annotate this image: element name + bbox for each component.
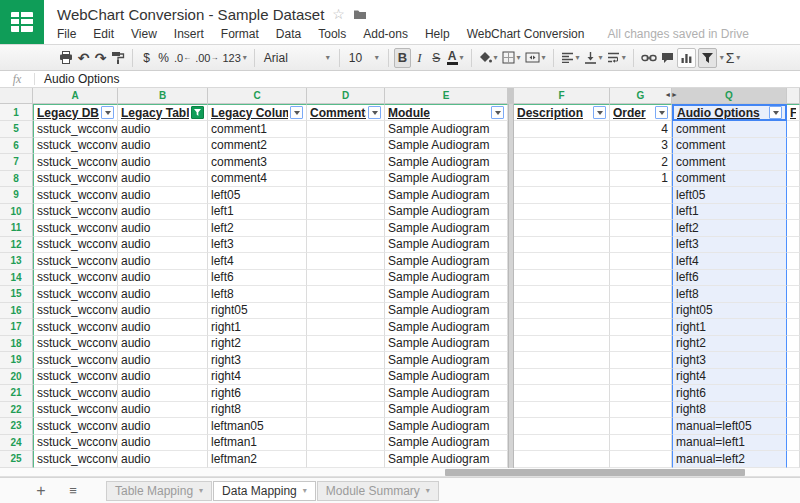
grid-cell[interactable] [610, 369, 672, 386]
grid-cell[interactable]: right1 [208, 319, 307, 336]
grid-cell[interactable]: audio [118, 171, 208, 188]
grid-cell[interactable] [514, 121, 610, 138]
grid-cell[interactable] [514, 336, 610, 353]
grid-cell[interactable]: left1 [672, 204, 787, 221]
grid-cell[interactable] [307, 187, 385, 204]
grid-cell[interactable]: 1 [610, 171, 672, 188]
grid-cell[interactable] [610, 303, 672, 320]
grid-cell[interactable]: manual=left2 [672, 451, 787, 468]
filter-dropdown-icon[interactable] [368, 106, 381, 119]
grid-cell[interactable]: audio [118, 319, 208, 336]
grid-cell[interactable] [307, 451, 385, 468]
menu-edit[interactable]: Edit [93, 27, 114, 41]
grid-cell[interactable]: audio [118, 154, 208, 171]
grid-cell[interactable]: Sample Audiogram [385, 385, 508, 402]
grid-cell[interactable]: 4 [610, 121, 672, 138]
grid-cell[interactable]: right2 [672, 336, 787, 353]
grid-cell[interactable]: audio [118, 204, 208, 221]
row-number[interactable]: 19 [0, 352, 33, 369]
grid-cell[interactable]: right2 [208, 336, 307, 353]
grid-cell[interactable]: sstuck_wcconv [33, 171, 118, 188]
grid-cell[interactable] [307, 204, 385, 221]
grid-cell[interactable]: left8 [208, 286, 307, 303]
grid-cell[interactable] [307, 435, 385, 452]
grid-cell[interactable]: sstuck_wcconv [33, 253, 118, 270]
grid-cell[interactable] [610, 336, 672, 353]
star-icon[interactable]: ☆ [332, 7, 345, 21]
text-color-button[interactable]: A▾ [445, 48, 466, 68]
filter-icon[interactable] [698, 48, 717, 68]
grid-cell-description-header[interactable]: Description [514, 104, 610, 121]
all-sheets-icon[interactable]: ≡ [62, 483, 84, 498]
filter-active-icon[interactable] [191, 106, 204, 119]
grid-cell[interactable] [787, 336, 800, 353]
row-number[interactable]: 11 [0, 220, 33, 237]
grid-cell[interactable] [514, 204, 610, 221]
grid-cell[interactable]: sstuck_wcconv [33, 154, 118, 171]
column-header-f[interactable]: F [514, 88, 610, 104]
grid-cell[interactable]: left4 [672, 253, 787, 270]
row-number[interactable]: 1 [0, 104, 33, 121]
grid-cell[interactable]: leftman05 [208, 418, 307, 435]
insert-chart-icon[interactable] [677, 48, 696, 68]
row-number[interactable]: 21 [0, 385, 33, 402]
grid-cell[interactable]: left2 [208, 220, 307, 237]
hidden-columns-indicator[interactable]: ◄► [664, 91, 678, 98]
menu-insert[interactable]: Insert [174, 27, 204, 41]
grid-cell[interactable]: left3 [672, 237, 787, 254]
grid-cell[interactable]: Sample Audiogram [385, 187, 508, 204]
grid-cell[interactable] [514, 435, 610, 452]
grid-cell[interactable] [514, 303, 610, 320]
menu-addons[interactable]: Add-ons [363, 27, 408, 41]
grid-cell[interactable] [787, 138, 800, 155]
grid-cell[interactable] [610, 319, 672, 336]
grid-cell-legacy-db-header[interactable]: Legacy DB [33, 104, 118, 121]
grid-cell[interactable] [307, 171, 385, 188]
grid-cell[interactable] [610, 402, 672, 419]
grid-cell[interactable] [514, 171, 610, 188]
grid-cell[interactable] [307, 220, 385, 237]
filter-dropdown-icon[interactable] [101, 106, 114, 119]
grid-cell[interactable]: comment [672, 154, 787, 171]
tab-table-mapping[interactable]: Table Mapping▾ [106, 481, 212, 501]
grid-cell[interactable]: audio [118, 220, 208, 237]
tab-caret-icon[interactable]: ▾ [199, 486, 203, 495]
grid-cell-module-header[interactable]: Module [385, 104, 508, 121]
menu-tools[interactable]: Tools [318, 27, 346, 41]
grid-cell[interactable]: sstuck_wcconv [33, 138, 118, 155]
redo-icon[interactable]: ↷ [92, 48, 109, 68]
grid-cell[interactable]: sstuck_wcconv [33, 385, 118, 402]
grid-cell[interactable]: leftman2 [208, 451, 307, 468]
grid-cell[interactable]: right3 [672, 352, 787, 369]
grid-cell[interactable] [514, 187, 610, 204]
grid-cell-comments-header[interactable]: Comments [307, 104, 385, 121]
insert-link-icon[interactable] [639, 48, 659, 68]
grid-cell[interactable]: Sample Audiogram [385, 369, 508, 386]
column-header-g[interactable]: G ◄► [610, 88, 672, 104]
row-number[interactable]: 15 [0, 286, 33, 303]
row-number[interactable]: 13 [0, 253, 33, 270]
grid-cell[interactable]: audio [118, 418, 208, 435]
row-number[interactable]: 6 [0, 138, 33, 155]
filter-dropdown-icon[interactable] [655, 106, 668, 119]
grid-cell[interactable]: sstuck_wcconv [33, 352, 118, 369]
grid-cell[interactable] [514, 138, 610, 155]
grid-cell[interactable]: audio [118, 138, 208, 155]
tab-caret-icon[interactable]: ▾ [303, 486, 307, 495]
filter-dropdown-icon[interactable] [769, 106, 782, 119]
grid-cell[interactable]: left6 [672, 270, 787, 287]
grid-cell[interactable] [787, 369, 800, 386]
undo-icon[interactable]: ↶ [75, 48, 92, 68]
grid-cell[interactable] [610, 385, 672, 402]
font-family-select[interactable]: Arial▾ [260, 48, 334, 68]
grid-cell[interactable]: audio [118, 303, 208, 320]
borders-button[interactable]: ▾ [500, 48, 523, 68]
merge-cells-button[interactable]: ▾ [523, 48, 548, 68]
grid-cell[interactable]: right8 [208, 402, 307, 419]
horizontal-scrollbar-thumb[interactable] [445, 469, 745, 476]
grid-cell[interactable]: comment1 [208, 121, 307, 138]
grid-cell[interactable] [610, 418, 672, 435]
row-number[interactable]: 9 [0, 187, 33, 204]
grid-cell[interactable] [307, 385, 385, 402]
grid-cell[interactable]: comment3 [208, 154, 307, 171]
